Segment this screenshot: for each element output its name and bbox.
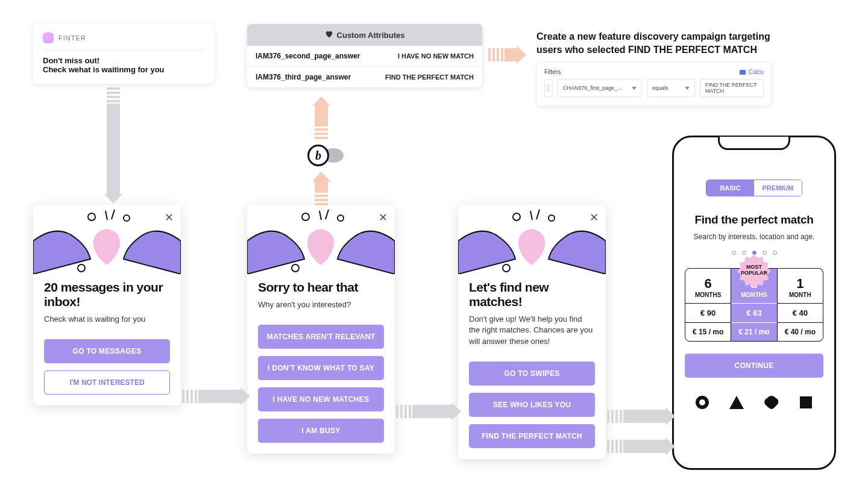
app-icon (43, 33, 54, 43)
flow-arrow (107, 87, 120, 204)
svg-line-13 (326, 210, 329, 219)
data-flow-arrow (315, 172, 328, 207)
cta-option-button[interactable]: GO TO SWIPES (469, 361, 595, 386)
triangle-icon[interactable] (729, 395, 744, 410)
calculator-icon (740, 70, 746, 75)
custom-attributes-heading: Custom Attributes (247, 24, 482, 46)
flow-card-find-matches: ✕ Let's find new matches! Don't give up!… (458, 205, 606, 459)
reason-option-button[interactable]: I HAVE NO NEW MATCHES (258, 387, 384, 411)
push-notification-card: FINTER Don't miss out! Check wehat is wa… (33, 24, 214, 84)
flow-arrow (396, 405, 461, 418)
attribute-row: IAM376_third_page_answer FIND THE PERFEC… (247, 66, 482, 87)
card-title: Let's find new matches! (469, 280, 595, 309)
svg-point-14 (338, 215, 344, 221)
flow-arrow (182, 390, 250, 403)
svg-point-19 (549, 215, 555, 221)
svg-line-7 (105, 211, 107, 220)
cta-option-button[interactable]: FIND THE PERFECT MATCH (469, 424, 595, 448)
phone-notch (718, 137, 790, 150)
tab-basic[interactable]: BASIC (706, 180, 754, 196)
not-interested-button[interactable]: I'M NOT INTERESTED (44, 370, 170, 395)
svg-line-8 (112, 210, 115, 219)
card-title: Sorry to hear that (258, 280, 384, 295)
continue-button[interactable]: CONTINUE (685, 354, 823, 378)
notification-body: Check wehat is waitinmg for you (43, 65, 204, 74)
app-name: FINTER (58, 34, 86, 42)
reason-option-button[interactable]: I DON'T KNOW WHAT TO SAY (258, 356, 384, 380)
svg-rect-23 (800, 396, 812, 408)
filter-attribute-select[interactable]: CHAN376_first_page_… (558, 79, 642, 97)
most-popular-badge: MOST POPULAR (737, 253, 772, 288)
drag-handle-icon[interactable] (544, 79, 553, 97)
card-subtitle: Don't give up! We'll help you find the r… (469, 314, 595, 347)
svg-point-11 (302, 213, 309, 220)
data-flow-arrow (315, 96, 328, 140)
heart-icon (325, 30, 333, 40)
svg-point-4 (547, 90, 549, 91)
go-to-messages-button[interactable]: GO TO MESSAGES (44, 339, 170, 363)
attribute-value: I HAVE NO NEW MATCH (398, 52, 474, 60)
svg-line-18 (536, 210, 539, 219)
platform-logo: b (307, 145, 344, 166)
tab-premium[interactable]: PREMIUM (754, 180, 802, 196)
flow-card-messages: ✕ 20 messages in your inbox! Check what … (33, 205, 181, 405)
svg-point-3 (549, 87, 550, 89)
svg-point-10 (78, 264, 85, 272)
plan-option[interactable]: 1MONTH € 40 € 40 / mo (778, 268, 823, 342)
notification-title: Don't miss out! (43, 56, 204, 65)
svg-point-22 (699, 399, 705, 405)
attribute-key: IAM376_third_page_answer (256, 73, 351, 81)
filters-label: Filters (544, 69, 561, 75)
filter-builder: Filters Calcu CHAN376_first_page_… equal… (536, 62, 772, 106)
reason-option-button[interactable]: I AM BUSY (258, 419, 384, 443)
blob-icon[interactable] (764, 395, 779, 410)
calculator-link[interactable]: Calcu (740, 69, 764, 75)
card-illustration (458, 205, 606, 274)
svg-point-1 (549, 85, 550, 86)
attribute-value: FIND THE PERFECT MATCH (385, 73, 474, 81)
filter-operator-select[interactable]: equals (647, 79, 695, 97)
filter-value-input[interactable]: FIND THE PERFECT MATCH (700, 79, 764, 97)
pricing-plans: 6MONTHS € 90 € 15 / mo MOST POPULAR 3MON… (685, 268, 823, 342)
plan-tabs: BASIC PREMIUM (706, 180, 802, 196)
phone-screen-title: Find the perfect match (685, 213, 823, 227)
svg-point-15 (292, 264, 299, 272)
chevron-down-icon (685, 87, 690, 90)
svg-point-9 (124, 215, 130, 221)
flow-arrow (607, 410, 675, 423)
data-flow-arrow (488, 48, 526, 61)
svg-point-0 (547, 85, 549, 86)
square-icon[interactable] (798, 395, 814, 410)
custom-attributes-panel: Custom Attributes IAM376_second_page_ans… (247, 24, 482, 87)
svg-line-12 (319, 211, 321, 220)
phone-mockup: BASIC PREMIUM Find the perfect match Sea… (672, 136, 836, 470)
plan-option[interactable]: 6MONTHS € 90 € 15 / mo (685, 268, 731, 342)
chevron-down-icon (632, 87, 637, 90)
nav-shapes-row (685, 395, 823, 410)
svg-point-2 (547, 87, 549, 89)
svg-point-6 (88, 213, 95, 220)
card-title: 20 messages in your inbox! (44, 280, 170, 309)
card-illustration (33, 205, 181, 274)
attribute-row: IAM376_second_page_answer I HAVE NO NEW … (247, 46, 482, 66)
svg-point-5 (549, 90, 550, 91)
card-subtitle: Check what is waiting for you (44, 314, 170, 325)
cta-option-button[interactable]: SEE WHO LIKES YOU (469, 393, 595, 417)
flow-card-reason: ✕ Sorry to hear that Why aren't you inte… (247, 205, 395, 454)
plan-option-popular[interactable]: MOST POPULAR 3MONTHS € 63 € 21 / mo (731, 268, 777, 342)
svg-line-17 (530, 211, 532, 220)
reason-option-button[interactable]: MATCHES AREN'T RELEVANT (258, 325, 384, 349)
card-subtitle: Why aren't you interested? (258, 299, 384, 310)
campaign-heading: Create a new feature discovery campaign … (536, 30, 772, 56)
flow-arrow (607, 440, 675, 453)
campaign-panel: Create a new feature discovery campaign … (536, 30, 772, 106)
phone-screen-subtitle: Search by interests, location and age. (685, 233, 823, 241)
svg-point-16 (513, 213, 520, 220)
attribute-key: IAM376_second_page_answer (256, 52, 360, 60)
svg-point-20 (503, 264, 510, 272)
card-illustration (247, 205, 395, 274)
circle-icon[interactable] (694, 395, 710, 410)
